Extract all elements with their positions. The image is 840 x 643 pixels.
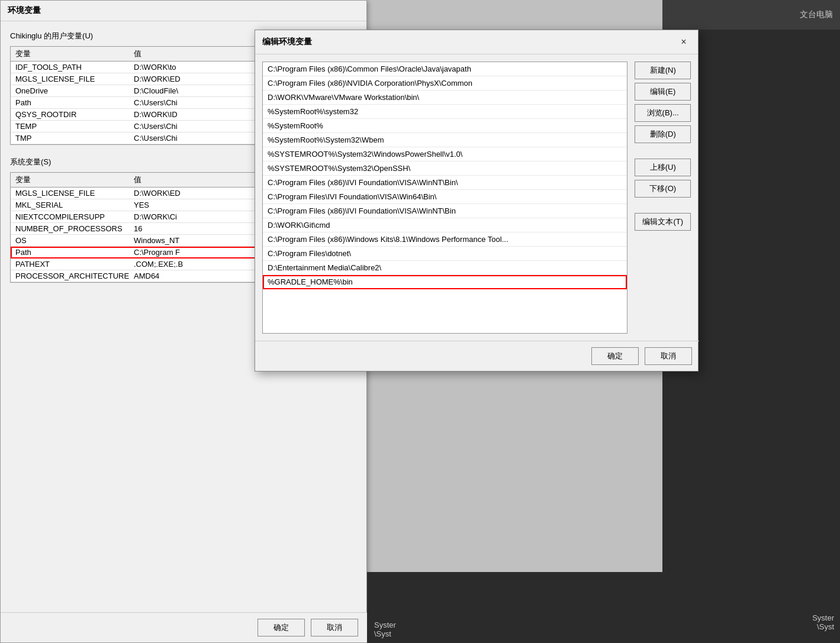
user-var-name-1: IDF_TOOLS_PATH xyxy=(15,63,134,72)
sys-col-var-header: 变量 xyxy=(15,175,134,185)
path-item-1[interactable]: C:\Program Files (x86)\NVIDIA Corporatio… xyxy=(263,76,627,91)
edit-env-dialog: 编辑环境变量 × C:\Program Files (x86)\Common F… xyxy=(255,30,699,371)
env-ok-button[interactable]: 确定 xyxy=(258,619,305,636)
edit-dialog-footer-wrapper: 确定 取消 xyxy=(255,341,699,371)
env-dialog-title: 环境变量 xyxy=(8,5,41,16)
sys-var-name-8: PROCESSOR_ARCHITECTURE xyxy=(15,272,134,280)
move-buttons-group: 上移(U) 下移(O) xyxy=(635,159,691,198)
user-var-name-2: MGLS_LICENSE_FILE xyxy=(15,75,134,83)
top-right-area: 文台电脑 xyxy=(662,0,840,30)
path-item-5[interactable]: %SystemRoot%\System32\Wbem xyxy=(263,133,627,147)
path-item-11[interactable]: D:\WORK\Git\cmd xyxy=(263,218,627,232)
edit-dialog-body: C:\Program Files (x86)\Common Files\Orac… xyxy=(255,54,698,341)
path-item-4[interactable]: %SystemRoot% xyxy=(263,119,627,133)
edit-dialog-title-bar: 编辑环境变量 × xyxy=(255,30,698,54)
path-item-12[interactable]: C:\Program Files (x86)\Windows Kits\8.1\… xyxy=(263,232,627,247)
env-dialog-footer: 确定 取消 xyxy=(1,612,368,642)
user-var-name-4: Path xyxy=(15,98,134,107)
sys-var-name-4: NUMBER_OF_PROCESSORS xyxy=(15,224,134,233)
path-list[interactable]: C:\Program Files (x86)\Common Files\Orac… xyxy=(262,62,627,334)
env-dialog-title-bar: 环境变量 xyxy=(1,1,366,21)
path-item-8[interactable]: C:\Program Files (x86)\IVI Foundation\VI… xyxy=(263,176,627,190)
edit-text-group: 编辑文本(T) xyxy=(635,213,691,231)
edit-cancel-button[interactable]: 取消 xyxy=(645,347,692,365)
sys-var-name-3: NIEXTCCOMPILERSUPP xyxy=(15,212,134,221)
user-col-var-header: 变量 xyxy=(15,49,134,59)
action-buttons: 新建(N) 编辑(E) 浏览(B)... 删除(D) 上移(U) 下移(O) 编… xyxy=(635,62,691,334)
bottom-text-line2: \Syst xyxy=(374,629,396,638)
path-item-9[interactable]: C:\Program Files\IVI Foundation\VISA\Win… xyxy=(263,190,627,204)
path-item-2[interactable]: D:\WORK\VMware\VMware Workstation\bin\ xyxy=(263,91,627,105)
path-item-13[interactable]: C:\Program Files\dotnet\ xyxy=(263,247,627,261)
bottom-text-line1: Syster xyxy=(374,621,396,629)
browse-button[interactable]: 浏览(B)... xyxy=(635,104,691,122)
move-up-button[interactable]: 上移(U) xyxy=(635,159,691,176)
edit-dialog-title: 编辑环境变量 xyxy=(262,37,312,47)
sys-var-name-5: OS xyxy=(15,236,134,245)
bottom-middle-bg: Syster \Syst xyxy=(367,572,662,643)
user-var-name-5: QSYS_ROOTDIR xyxy=(15,110,134,119)
sys-var-name-7: PATHEXT xyxy=(15,260,134,269)
bottom-middle-text: Syster \Syst xyxy=(374,621,396,638)
edit-dialog-footer: 确定 取消 xyxy=(255,341,699,371)
new-button[interactable]: 新建(N) xyxy=(635,62,691,79)
user-var-name-7: TMP xyxy=(15,134,134,143)
path-item-0[interactable]: C:\Program Files (x86)\Common Files\Orac… xyxy=(263,62,627,76)
sys-var-name-1: MGLS_LICENSE_FILE xyxy=(15,189,134,198)
path-item-10[interactable]: C:\Program Files (x86)\IVI Foundation\VI… xyxy=(263,204,627,218)
edit-text-button[interactable]: 编辑文本(T) xyxy=(635,213,691,231)
path-item-14[interactable]: D:\Entertainment Media\Calibre2\ xyxy=(263,261,627,275)
bottom-line1: Syster xyxy=(812,613,834,622)
path-item-15[interactable]: %GRADLE_HOME%\bin xyxy=(263,275,627,289)
path-item-7[interactable]: %SYSTEMROOT%\System32\OpenSSH\ xyxy=(263,161,627,176)
move-down-button[interactable]: 下移(O) xyxy=(635,180,691,198)
env-cancel-button[interactable]: 取消 xyxy=(311,619,358,636)
bottom-line2: \Syst xyxy=(812,622,834,631)
sys-var-name-path: Path xyxy=(15,248,134,257)
path-item-3[interactable]: %SystemRoot%\system32 xyxy=(263,105,627,119)
bottom-right-text: Syster \Syst xyxy=(812,613,834,631)
user-var-name-6: TEMP xyxy=(15,122,134,131)
top-right-text: 文台电脑 xyxy=(800,9,833,20)
edit-button[interactable]: 编辑(E) xyxy=(635,83,691,101)
path-item-6[interactable]: %SYSTEMROOT%\System32\WindowsPowerShell\… xyxy=(263,147,627,161)
sys-var-name-2: MKL_SERIAL xyxy=(15,201,134,209)
delete-button[interactable]: 删除(D) xyxy=(635,125,691,143)
edit-ok-button[interactable]: 确定 xyxy=(591,347,639,365)
user-var-name-3: OneDrive xyxy=(15,86,134,95)
close-button[interactable]: × xyxy=(677,35,691,49)
